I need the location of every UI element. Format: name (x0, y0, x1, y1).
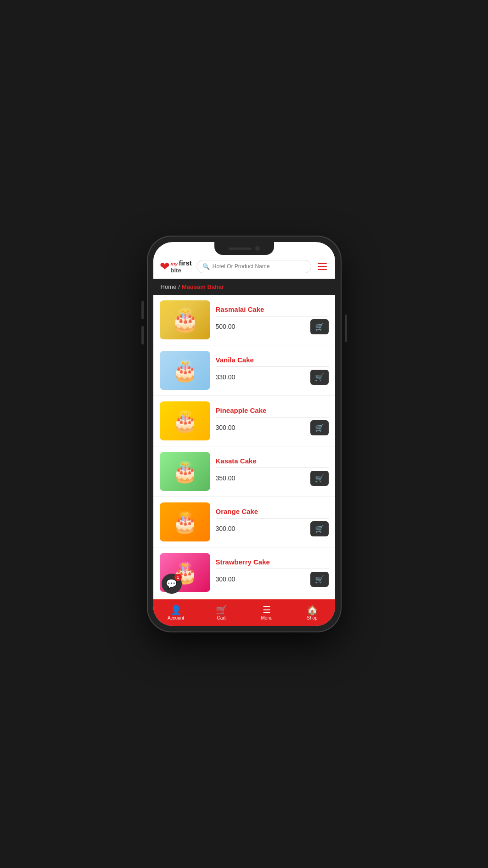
phone-frame: ❤ my first bite 🔍 (148, 237, 341, 631)
product-details-strawberry: Strawberry Cake 300.00 🛒 (216, 558, 329, 587)
header: ❤ my first bite 🔍 (153, 255, 335, 279)
menu-icon: ☰ (263, 605, 271, 614)
product-image-orange: 🎂 (160, 502, 210, 541)
chat-badge: 1 (174, 574, 182, 581)
product-name: Rasmalai Cake (216, 305, 329, 313)
product-price: 350.00 (216, 474, 236, 482)
add-to-cart-button[interactable]: 🛒 (310, 521, 329, 536)
product-item: 🎂 Orange Cake 300.00 🛒 (153, 497, 335, 547)
volume-down-button (141, 326, 144, 344)
cake-rasmalai-img (160, 300, 210, 339)
cake-pineapple-img: 🎂 (160, 401, 210, 440)
add-to-cart-button[interactable]: 🛒 (310, 370, 329, 385)
product-name: Vanila Cake (216, 356, 329, 364)
product-price: 500.00 (216, 323, 236, 330)
logo: ❤ my first bite (160, 259, 192, 274)
nav-item-menu[interactable]: ☰ Menu (244, 599, 290, 626)
product-details-orange: Orange Cake 300.00 🛒 (216, 507, 329, 536)
speaker (229, 248, 252, 250)
product-item: 🎂 Vanila Cake 330.00 🛒 (153, 345, 335, 396)
hamburger-menu-button[interactable] (316, 261, 329, 272)
product-image-rasmalai (160, 300, 210, 339)
power-button (345, 315, 347, 342)
cake-kasata-img: 🎂 (160, 452, 210, 491)
logo-first: first (179, 259, 191, 267)
product-name: Strawberry Cake (216, 558, 329, 566)
product-price: 330.00 (216, 373, 236, 381)
product-image-pineapple: 🎂 (160, 401, 210, 440)
cake-orange-img: 🎂 (160, 502, 210, 541)
breadcrumb-separator: / (178, 283, 180, 290)
product-details-pineapple: Pineapple Cake 300.00 🛒 (216, 406, 329, 435)
product-item: 🎂 Kasata Cake 350.00 🛒 (153, 446, 335, 497)
cart-icon: 🛒 (216, 605, 227, 614)
nav-item-account[interactable]: 👤 Account (153, 599, 199, 626)
product-list: Rasmalai Cake 500.00 🛒 🎂 Vanila Cake (153, 295, 335, 599)
cake-vanilla-img: 🎂 (160, 351, 210, 390)
product-name: Kasata Cake (216, 457, 329, 465)
account-icon: 👤 (170, 605, 182, 614)
front-camera (255, 246, 260, 251)
product-price: 300.00 (216, 575, 236, 583)
product-image-vanilla: 🎂 (160, 351, 210, 390)
product-details-kasata: Kasata Cake 350.00 🛒 (216, 457, 329, 486)
product-price: 300.00 (216, 424, 236, 431)
nav-item-shop[interactable]: 🏠 Shop (290, 599, 335, 626)
breadcrumb: Home / Mausam Bahar (153, 279, 335, 295)
product-details-vanilla: Vanila Cake 330.00 🛒 (216, 356, 329, 385)
logo-my: my (171, 261, 178, 266)
breadcrumb-home[interactable]: Home (161, 283, 177, 290)
search-icon: 🔍 (202, 263, 210, 270)
product-price-row: 300.00 🛒 (216, 569, 329, 587)
search-box[interactable]: 🔍 (196, 260, 311, 273)
search-input[interactable] (213, 263, 305, 270)
chat-bubble-button[interactable]: 💬 1 (162, 574, 182, 594)
notch (214, 242, 274, 255)
volume-up-button (141, 301, 144, 319)
app-content: ❤ my first bite 🔍 (153, 242, 335, 626)
product-item: Rasmalai Cake 500.00 🛒 (153, 295, 335, 345)
product-price-row: 300.00 🛒 (216, 518, 329, 536)
product-price-row: 350.00 🛒 (216, 468, 329, 486)
nav-label-account: Account (168, 615, 184, 620)
logo-heart-icon: ❤ (160, 260, 170, 272)
add-to-cart-button[interactable]: 🛒 (310, 319, 329, 334)
nav-label-menu: Menu (261, 615, 272, 620)
product-price-row: 500.00 🛒 (216, 316, 329, 334)
breadcrumb-current: Mausam Bahar (182, 283, 224, 290)
product-name: Orange Cake (216, 507, 329, 515)
add-to-cart-button[interactable]: 🛒 (310, 572, 329, 587)
product-price-row: 330.00 🛒 (216, 366, 329, 385)
product-price-row: 300.00 🛒 (216, 417, 329, 435)
bottom-nav: 👤 Account 🛒 Cart ☰ Menu 🏠 Shop (153, 599, 335, 626)
product-price: 300.00 (216, 525, 236, 532)
nav-label-cart: Cart (217, 615, 226, 620)
product-name: Pineapple Cake (216, 406, 329, 414)
product-item: 🎂 Pineapple Cake 300.00 🛒 (153, 396, 335, 446)
logo-text: my first bite (171, 259, 192, 274)
nav-item-cart[interactable]: 🛒 Cart (199, 599, 244, 626)
phone-screen: ❤ my first bite 🔍 (153, 242, 335, 626)
shop-icon: 🏠 (307, 605, 318, 614)
add-to-cart-button[interactable]: 🛒 (310, 420, 329, 435)
nav-label-shop: Shop (307, 615, 317, 620)
add-to-cart-button[interactable]: 🛒 (310, 471, 329, 486)
product-image-kasata: 🎂 (160, 452, 210, 491)
logo-bite: bite (171, 267, 192, 274)
product-details-rasmalai: Rasmalai Cake 500.00 🛒 (216, 305, 329, 334)
